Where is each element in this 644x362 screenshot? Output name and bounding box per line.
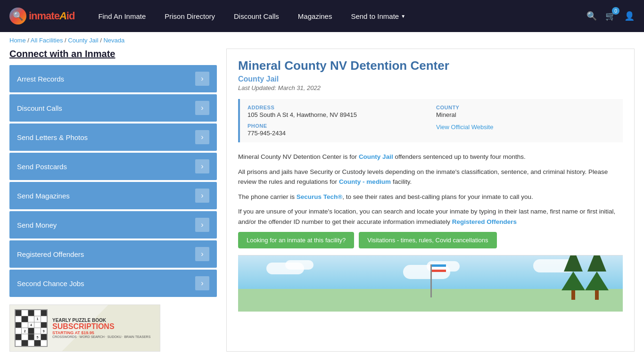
facility-desc-3: The phone carrier is Securus Tech®, to s… [238,192,623,202]
header-icons: 🔍 🛒 0 👤 [586,11,635,21]
breadcrumb-all-facilities[interactable]: All Facilities [31,37,63,44]
website-link[interactable]: View Official Website [436,123,493,131]
arrow-icon: › [195,189,209,203]
cart-icon[interactable]: 🛒 0 [605,11,616,21]
tree-1 [561,255,585,300]
phone-section: PHONE 775-945-2434 [248,123,427,137]
main-layout: Connect with an Inmate Arrest Records › … [0,49,644,352]
sidebar-item-send-postcards[interactable]: Send Postcards › [9,153,217,180]
sidebar-item-arrest-records[interactable]: Arrest Records › [9,65,217,92]
county-jail-link[interactable]: County Jail [359,153,393,160]
nav-send-to-inmate[interactable]: Send to Inmate ▼ [351,12,405,20]
sidebar: Connect with an Inmate Arrest Records › … [9,49,217,352]
header: 🔍 inmateAid Find An Inmate Prison Direct… [0,0,644,32]
sidebar-item-registered-offenders[interactable]: Registered Offenders › [9,240,217,268]
facility-info-box: ADDRESS 105 South A St 4, Hawthorne, NV … [238,99,623,142]
nav-magazines[interactable]: Magazines [298,12,332,20]
registered-offenders-link[interactable]: Registered Offenders [452,218,517,225]
search-icon[interactable]: 🔍 [586,11,597,21]
address-section: ADDRESS 105 South A St 4, Hawthorne, NV … [248,105,427,118]
phone-label: PHONE [248,123,427,129]
flag-icon [432,264,446,272]
breadcrumb: Home / All Facilities / County Jail / Ne… [0,32,644,49]
cart-badge: 0 [612,7,619,15]
user-icon[interactable]: 👤 [624,11,635,21]
action-buttons: Looking for an inmate at this facility? … [238,232,623,248]
arrow-icon: › [195,218,209,232]
facility-content: Mineral County NV Detention Center Count… [226,49,635,352]
tree-2 [585,255,609,300]
main-nav: Find An Inmate Prison Directory Discount… [98,12,572,20]
logo-icon: 🔍 [9,8,26,25]
visitations-button[interactable]: Visitations - times, rules, Covid cancel… [359,232,496,248]
sidebar-item-second-chance-jobs[interactable]: Second Chance Jobs › [9,270,217,297]
nav-prison-directory[interactable]: Prison Directory [165,12,215,20]
sidebar-item-send-magazines[interactable]: Send Magazines › [9,182,217,209]
flagpole-icon [430,264,432,297]
county-value: Mineral [436,111,615,118]
breadcrumb-state[interactable]: Nevada [103,37,124,44]
cloud-2 [285,260,314,270]
website-section: View Official Website [436,123,615,137]
logo-text: inmateAid [29,10,74,22]
facility-desc-2: All prisons and jails have Security or C… [238,167,623,187]
facility-desc-1: Mineral County NV Detention Center is fo… [238,152,623,162]
arrow-icon: › [195,159,209,173]
sidebar-item-send-letters[interactable]: Send Letters & Photos › [9,123,217,151]
dropdown-arrow-icon: ▼ [401,14,405,19]
sidebar-menu: Arrest Records › Discount Calls › Send L… [9,65,217,297]
arrow-icon: › [195,130,209,144]
address-value: 105 South A St 4, Hawthorne, NV 89415 [248,111,427,118]
puzzle-grid-icon: 1 4 29 5 [15,309,48,347]
looking-for-inmate-button[interactable]: Looking for an inmate at this facility? [238,232,354,248]
sidebar-title: Connect with an Inmate [9,49,217,59]
breadcrumb-home[interactable]: Home [9,37,26,44]
arrow-icon: › [195,72,209,86]
facility-title: Mineral County NV Detention Center [238,58,623,73]
sidebar-item-discount-calls[interactable]: Discount Calls › [9,94,217,122]
nav-find-inmate[interactable]: Find An Inmate [98,12,146,20]
nav-discount-calls[interactable]: Discount Calls [234,12,279,20]
ad-content: 1 4 29 5 YEARLY PUZZLE BOOK SUBSCRIPTION… [10,305,160,351]
logo[interactable]: 🔍 inmateAid [9,8,74,25]
facility-desc-4: If you are unsure of your inmate's locat… [238,206,623,227]
breadcrumb-county-jail[interactable]: County Jail [68,37,98,44]
sidebar-ad[interactable]: 1 4 29 5 YEARLY PUZZLE BOOK SUBSCRIPTION… [9,304,160,352]
arrow-icon: › [195,247,209,261]
ad-text: YEARLY PUZZLE BOOK SUBSCRIPTIONS STARTIN… [52,318,155,338]
arrow-icon: › [195,276,209,290]
county-label: COUNTY [436,105,615,110]
phone-value: 775-945-2434 [248,130,427,137]
securus-link[interactable]: Securus Tech® [297,193,342,200]
arrow-icon: › [195,101,209,115]
sidebar-item-send-money[interactable]: Send Money › [9,211,217,239]
facility-updated: Last Updated: March 31, 2022 [238,84,623,91]
facility-type: County Jail [238,75,623,83]
address-label: ADDRESS [248,105,427,110]
county-medium-link[interactable]: County - medium [339,178,391,185]
county-section: COUNTY Mineral [436,105,615,118]
facility-image [238,255,623,312]
